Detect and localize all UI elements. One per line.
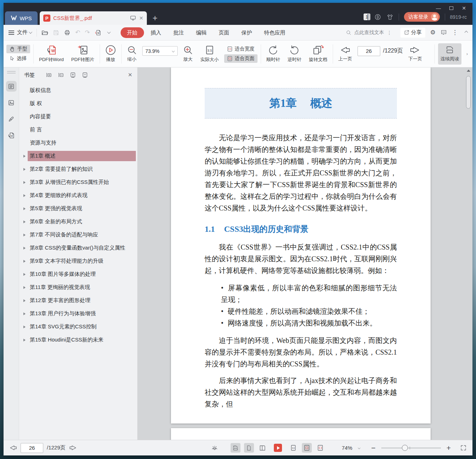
print-icon[interactable] xyxy=(64,29,71,36)
status-play-button[interactable] xyxy=(274,444,282,452)
file-menu-chevron-icon[interactable] xyxy=(29,30,32,34)
bookmark-expander-icon[interactable] xyxy=(23,247,26,250)
bookmark-expander-icon[interactable] xyxy=(23,155,26,158)
status-fit-width-button[interactable] xyxy=(315,443,325,453)
bookmark-expander-icon[interactable] xyxy=(23,220,26,223)
convert-panel-button[interactable]: W xyxy=(6,130,17,141)
bookmark-expander-icon[interactable] xyxy=(23,207,26,210)
status-zoom-chevron-icon[interactable] xyxy=(358,447,360,449)
status-actual-size-button[interactable]: 1:1 xyxy=(288,443,298,453)
minimize-button[interactable]: — xyxy=(432,4,445,13)
redo-icon[interactable]: ↷ xyxy=(85,29,90,36)
scrollbar-up-arrow[interactable] xyxy=(467,70,470,72)
bookmark-expander-icon[interactable] xyxy=(23,326,26,328)
bookmark-item[interactable]: 第12章 更丰富的图形处理 xyxy=(19,294,137,307)
vertical-scrollbar[interactable] xyxy=(465,68,471,439)
comment-icon[interactable] xyxy=(441,29,447,35)
bookmark-expander-icon[interactable] xyxy=(23,273,26,276)
pdf-to-word-button[interactable]: W PDF转Word xyxy=(37,44,66,64)
bookmark-expander-icon[interactable] xyxy=(23,312,26,315)
fullscreen-icon[interactable] xyxy=(460,444,467,451)
hand-tool-button[interactable]: 手型 xyxy=(6,45,30,53)
status-fit-page-button[interactable] xyxy=(302,443,312,453)
bookmark-item[interactable]: 第6章 全新的布局方式 xyxy=(19,215,137,228)
monitor-icon[interactable] xyxy=(130,15,136,21)
open-folder-icon[interactable] xyxy=(41,29,48,36)
previous-page-button[interactable]: 上一页 xyxy=(336,45,354,63)
actual-size-button[interactable]: 1:1 实际大小 xyxy=(198,44,221,64)
zoom-out-button[interactable]: 缩小 xyxy=(125,44,139,63)
collapse-all-icon[interactable] xyxy=(58,72,64,78)
document-view[interactable]: 第1章 概述 无论是学习一类应用技术，还是学习一门开发语言，对所学之物有一个清晰… xyxy=(138,67,472,440)
ribbon-tab[interactable]: 批注 xyxy=(168,27,189,38)
bookmark-expander-icon[interactable] xyxy=(23,181,26,184)
bookmark-item[interactable]: 第5章 更强的视觉表现 xyxy=(19,202,137,215)
fit-page-button[interactable]: 适合页面 xyxy=(224,54,258,63)
export-word-icon[interactable]: W xyxy=(95,29,101,36)
rotate-document-button[interactable]: 旋转文档 xyxy=(307,44,330,64)
annotation-panel-button[interactable] xyxy=(6,114,17,124)
bookmark-expander-icon[interactable] xyxy=(23,260,26,263)
next-page-button[interactable]: 下一页 xyxy=(406,45,424,63)
collapse-ribbon-icon[interactable] xyxy=(465,31,468,34)
bookmark-item[interactable]: 第11章 更绚丽的视觉表现 xyxy=(19,281,137,294)
bookmark-item[interactable]: 第9章 文本字符处理能力的升级 xyxy=(19,255,137,268)
bookmark-item[interactable]: 第13章 用户行为与体验增强 xyxy=(19,307,137,320)
tshirt-skin-icon[interactable] xyxy=(386,13,394,21)
status-previous-page-icon[interactable] xyxy=(9,444,17,451)
zoom-in-button[interactable]: 放大 xyxy=(181,44,195,63)
ribbon-tab[interactable]: 插入 xyxy=(145,27,167,38)
bookmark-item[interactable]: 第15章 Houdini是CSS新的未来 xyxy=(19,333,137,346)
ribbon-tab[interactable]: 编辑 xyxy=(191,27,212,38)
file-menu[interactable]: 文件 xyxy=(17,29,28,36)
scrollbar-thumb[interactable] xyxy=(466,76,471,109)
bookmarks-close-icon[interactable]: ✕ xyxy=(128,72,132,78)
select-tool-button[interactable]: 选择 xyxy=(6,54,30,63)
find-more-icon[interactable]: ⋮ xyxy=(387,30,392,35)
bookmark-expander-icon[interactable] xyxy=(23,339,26,341)
play-button[interactable]: 播放 xyxy=(103,44,118,64)
toolbar-collapse-arrow[interactable]: › xyxy=(465,51,470,56)
open-docs-badge[interactable]: 1 xyxy=(364,13,369,20)
bookmark-item[interactable]: 第3章 从增强已有的CSS属性开始 xyxy=(19,176,137,189)
expand-all-icon[interactable] xyxy=(46,72,52,78)
bookmark-expander-icon[interactable] xyxy=(23,194,26,197)
tab-close-icon[interactable]: ✕ xyxy=(139,15,143,21)
zoom-decrease-button[interactable]: − xyxy=(371,446,375,450)
new-tab-button[interactable]: + xyxy=(153,14,157,22)
document-tab[interactable]: P CSS新世界_.pdf ✕ xyxy=(40,11,147,25)
quick-access-chevron-icon[interactable] xyxy=(107,30,111,34)
bookmark-expander-icon[interactable] xyxy=(23,234,26,236)
page-number-input[interactable] xyxy=(358,46,380,56)
eye-protection-icon[interactable] xyxy=(211,444,218,452)
single-page-view-button[interactable] xyxy=(244,443,254,453)
more-menu-icon[interactable]: ⋮ xyxy=(452,29,458,36)
bookmark-item[interactable]: 第1章 概述 xyxy=(19,149,137,163)
undo-icon[interactable]: ↶ xyxy=(75,29,80,36)
panel-drag-handle[interactable] xyxy=(7,71,16,72)
remove-bookmark-icon[interactable] xyxy=(82,72,88,78)
bookmarks-panel-button[interactable] xyxy=(6,81,17,92)
bookmark-expander-icon[interactable] xyxy=(23,286,26,289)
bookmark-expander-icon[interactable] xyxy=(23,299,26,302)
bookmark-item[interactable]: 版 权 xyxy=(19,97,137,110)
thumbnails-panel-button[interactable] xyxy=(6,97,17,108)
bookmark-item[interactable]: 版权信息 xyxy=(19,84,137,97)
guest-login-button[interactable]: 访客登录 xyxy=(404,12,440,22)
two-page-view-button[interactable] xyxy=(258,443,267,453)
bookmark-item[interactable]: 前 言 xyxy=(19,123,137,136)
zoom-increase-button[interactable]: + xyxy=(447,446,451,450)
status-page-number-input[interactable] xyxy=(21,443,43,453)
zoom-slider-thumb[interactable] xyxy=(402,445,408,451)
status-next-page-icon[interactable] xyxy=(69,444,77,451)
fit-width-button[interactable]: 适合宽度 xyxy=(224,45,258,53)
ribbon-tab[interactable]: 页面 xyxy=(214,27,235,38)
status-zoom-value[interactable]: 74% xyxy=(342,445,352,451)
hamburger-icon[interactable] xyxy=(9,31,14,31)
bookmark-expander-icon[interactable] xyxy=(23,168,26,171)
ribbon-tab[interactable]: 保护 xyxy=(236,27,258,38)
bookmark-item[interactable]: 第2章 需要提前了解的知识 xyxy=(19,163,137,176)
zoom-slider[interactable] xyxy=(381,448,441,448)
continuous-view-button[interactable] xyxy=(231,443,240,453)
share-button[interactable]: 分享 xyxy=(400,28,425,38)
